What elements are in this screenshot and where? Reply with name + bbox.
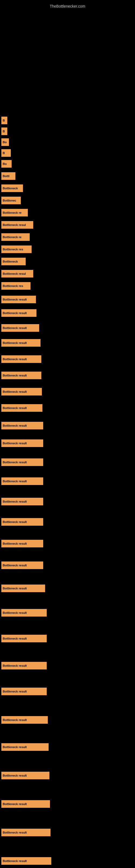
bottleneck-bar: Bottleneck res <box>1 282 31 290</box>
bottleneck-bar: Bottleneck result <box>1 743 49 751</box>
bar-item: Bottleneck result <box>1 743 49 751</box>
bar-item: Bottleneck <box>1 184 23 192</box>
bottleneck-bar: Bottleneck result <box>1 688 47 695</box>
bar-item: Bottleneck result <box>1 339 41 347</box>
bottleneck-bar: Bottleneck <box>1 184 23 192</box>
bottleneck-bar: Bottleneck result <box>1 716 48 724</box>
bottleneck-bar: B <box>1 149 11 157</box>
bottleneck-bar: Bottleneck result <box>1 585 45 592</box>
bottleneck-bar: Bottleneck <box>1 258 26 265</box>
bar-item: Bottleneck result <box>1 609 47 617</box>
bar-item: B <box>1 117 7 124</box>
bar-item: Bottleneck result <box>1 372 41 379</box>
bottleneck-bar: Bo <box>1 160 12 167</box>
bar-item: Bottleneck result <box>1 800 50 808</box>
bar-item: Bottleneck result <box>1 388 42 396</box>
bottleneck-bar: Bottleneck result <box>1 309 37 317</box>
bottleneck-bar: Bottleneck result <box>1 388 42 396</box>
bar-item: Bottleneck result <box>1 477 43 485</box>
bottleneck-bar: Bottleneck result <box>1 296 36 303</box>
bottleneck-bar: Bottleneck result <box>1 609 47 617</box>
bottleneck-bar: Bo <box>1 138 9 146</box>
bottleneck-bar: Bottleneck resul <box>1 221 33 229</box>
bar-item: Bo <box>1 138 9 146</box>
bottleneck-bar: B <box>1 117 7 124</box>
bar-item: Bottleneck result <box>1 296 36 303</box>
bar-item: Bottleneck resul <box>1 221 33 229</box>
bar-item: Bottleneck result <box>1 439 43 447</box>
bottleneck-bar: Bottleneck result <box>1 772 49 779</box>
bar-item: Bottleneck resul <box>1 270 33 278</box>
bottleneck-bar: Bottl <box>1 172 15 180</box>
bar-item: B <box>1 127 7 135</box>
bottleneck-bar: Bottleneck result <box>1 439 43 447</box>
bar-item: Bottl <box>1 172 15 180</box>
bottleneck-bar: Bottleneck result <box>1 857 51 865</box>
bar-item: Bottleneck <box>1 258 26 265</box>
bottleneck-bar: Bottleneck res <box>1 246 32 253</box>
bottleneck-bar: Bottleneck result <box>1 339 41 347</box>
bar-item: Bottleneck res <box>1 282 31 290</box>
bottleneck-bar: Bottleneck result <box>1 540 43 547</box>
bar-item: Bottleneck result <box>1 857 51 865</box>
bottleneck-bar: Bottlenec <box>1 197 21 204</box>
bottleneck-bar: Bottleneck result <box>1 635 47 642</box>
bar-item: Bottleneck re <box>1 209 28 216</box>
bar-item: Bottleneck re <box>1 233 30 241</box>
bottleneck-bar: Bottleneck result <box>1 458 43 466</box>
bar-item: Bottleneck result <box>1 688 47 695</box>
bar-item: Bottleneck result <box>1 585 45 592</box>
bar-item: Bottleneck result <box>1 829 50 836</box>
bar-item: Bottleneck result <box>1 635 47 642</box>
site-title: TheBottlenecker.com <box>0 1 135 10</box>
bottleneck-bar: Bottleneck result <box>1 477 43 485</box>
bottleneck-bar: Bottleneck result <box>1 518 43 526</box>
bar-item: Bottleneck result <box>1 324 39 332</box>
bottleneck-bar: Bottleneck result <box>1 324 39 332</box>
bottleneck-bar: Bottleneck result <box>1 561 43 569</box>
bar-item: Bottleneck result <box>1 662 47 670</box>
bottleneck-bar: Bottleneck result <box>1 422 43 429</box>
bottleneck-bar: Bottleneck result <box>1 372 41 379</box>
bottleneck-bar: Bottleneck re <box>1 233 30 241</box>
bar-item: Bo <box>1 160 12 167</box>
bottleneck-bar: Bottleneck re <box>1 209 28 216</box>
bar-item: Bottleneck result <box>1 422 43 429</box>
bar-item: Bottleneck result <box>1 498 43 505</box>
bar-item: Bottleneck result <box>1 518 43 526</box>
bar-item: Bottleneck result <box>1 540 43 547</box>
bottleneck-bar: Bottleneck result <box>1 662 47 670</box>
bar-item: Bottleneck result <box>1 309 37 317</box>
bar-item: Bottleneck result <box>1 561 43 569</box>
bottleneck-bar: Bottleneck result <box>1 404 42 412</box>
bar-item: Bottleneck result <box>1 716 48 724</box>
bar-item: Bottleneck result <box>1 404 42 412</box>
bottleneck-bar: Bottleneck result <box>1 355 41 363</box>
bar-item: Bottleneck result <box>1 458 43 466</box>
bottleneck-bar: Bottleneck result <box>1 829 50 836</box>
bottleneck-bar: B <box>1 127 7 135</box>
bottleneck-bar: Bottleneck resul <box>1 270 33 278</box>
bar-item: Bottlenec <box>1 197 21 204</box>
bar-item: B <box>1 149 11 157</box>
bottleneck-bar: Bottleneck result <box>1 498 43 505</box>
bar-item: Bottleneck result <box>1 772 49 779</box>
bar-item: Bottleneck result <box>1 355 41 363</box>
bar-item: Bottleneck res <box>1 246 32 253</box>
bottleneck-bar: Bottleneck result <box>1 800 50 808</box>
